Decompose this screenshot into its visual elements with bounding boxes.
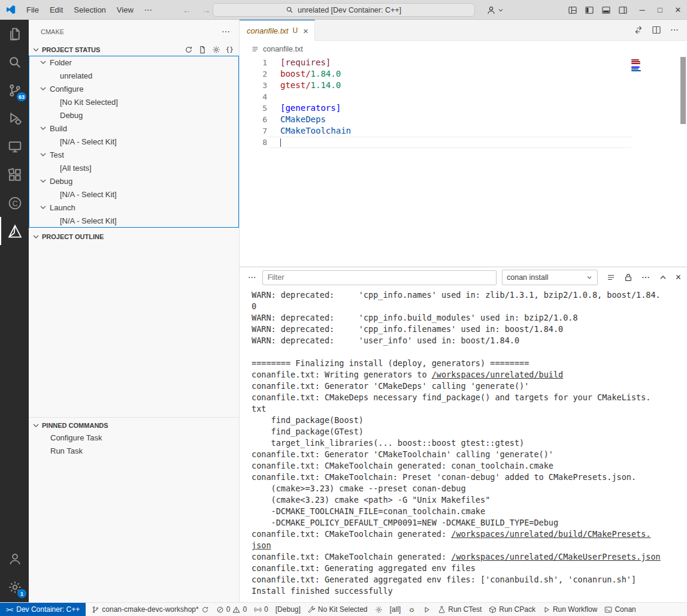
- status-bar: >< Dev Container: C++ conan-cmake-devc-w…: [0, 602, 687, 616]
- menu-item[interactable]: ⋯: [139, 0, 158, 20]
- activity-remote-explorer[interactable]: [0, 132, 29, 161]
- code-line[interactable]: 8: [240, 137, 687, 148]
- output-link[interactable]: json: [252, 540, 271, 550]
- breadcrumb[interactable]: conanfile.txt: [240, 41, 687, 57]
- tree-item[interactable]: [N/A - Select Kit]: [29, 135, 239, 148]
- pinned-command[interactable]: Run Task: [29, 445, 239, 458]
- menu-item[interactable]: View: [111, 0, 139, 20]
- tree-item[interactable]: Folder: [29, 56, 239, 69]
- activity-source-control[interactable]: 63: [0, 76, 29, 104]
- status-cmake-debug[interactable]: [404, 603, 419, 616]
- tree-item[interactable]: Build: [29, 122, 239, 135]
- code-line[interactable]: 2boost/1.84.0: [240, 68, 687, 80]
- tree-item[interactable]: Debug: [29, 174, 239, 188]
- split-editor-icon[interactable]: [652, 25, 661, 35]
- minimap[interactable]: [631, 59, 641, 72]
- code-line[interactable]: 5[generators]: [240, 102, 687, 114]
- panel-actions-more-icon[interactable]: [641, 273, 650, 282]
- toggle-sidebar-icon[interactable]: [585, 5, 594, 15]
- code-line[interactable]: 1[requires]: [240, 57, 687, 68]
- menu-item[interactable]: File: [21, 0, 44, 20]
- tree-item[interactable]: Test: [29, 148, 239, 161]
- toggle-secondary-sidebar-icon[interactable]: [618, 5, 628, 15]
- tree-item[interactable]: [No Kit Selected]: [29, 95, 239, 108]
- output-link[interactable]: /workspaces/unrelated/CMakeUserPresets.j…: [451, 552, 661, 561]
- tree-item[interactable]: Debug: [29, 108, 239, 122]
- maximize-button[interactable]: □: [651, 0, 669, 20]
- view-as-list-icon[interactable]: [606, 273, 616, 282]
- activity-run-debug[interactable]: [0, 104, 29, 132]
- minimize-button[interactable]: ─: [633, 0, 651, 20]
- code-editor[interactable]: 1[requires]2boost/1.84.03gtest/1.14.045[…: [240, 57, 687, 267]
- status-run-cpack[interactable]: Run CPack: [485, 603, 539, 616]
- remote-label: Dev Container: C++: [16, 605, 80, 614]
- status-branch[interactable]: conan-cmake-devc-workshop*: [88, 603, 212, 616]
- status-problems[interactable]: 00: [213, 603, 250, 616]
- lock-scroll-icon[interactable]: [624, 273, 633, 282]
- gear-icon[interactable]: [212, 46, 220, 54]
- forward-icon[interactable]: →: [202, 5, 211, 15]
- back-icon[interactable]: ←: [183, 5, 192, 15]
- toggle-panel-icon[interactable]: [601, 5, 611, 15]
- menu-item[interactable]: Edit: [44, 0, 68, 20]
- pinned-command[interactable]: Configure Task: [29, 431, 239, 445]
- output-line: -DCMAKE_POLICY_DEFAULT_CMP0091=NEW -DCMA…: [252, 517, 687, 529]
- panel-more-icon[interactable]: [247, 273, 257, 282]
- status-conan[interactable]: Conan: [601, 603, 639, 616]
- activity-cpp-tools[interactable]: [0, 189, 29, 217]
- status-cmake-launch[interactable]: [419, 603, 434, 616]
- output-link[interactable]: /workspaces/unrelated/build: [432, 370, 563, 379]
- output-channel-selector[interactable]: conan install: [502, 270, 598, 285]
- editor-scrollbar[interactable]: [680, 57, 686, 124]
- code-line[interactable]: 3gtest/1.14.0: [240, 80, 687, 91]
- tree-item-label: unrelated: [60, 71, 92, 80]
- open-changes-icon[interactable]: [634, 25, 643, 35]
- status-ports[interactable]: 0: [250, 603, 272, 616]
- activity-search[interactable]: [0, 48, 29, 76]
- activity-settings[interactable]: 1: [0, 573, 29, 601]
- close-panel-icon[interactable]: ×: [676, 273, 681, 282]
- activity-explorer[interactable]: [0, 20, 29, 48]
- tree-item[interactable]: Launch: [29, 201, 239, 214]
- close-window-button[interactable]: ✕: [669, 0, 687, 20]
- output-filter-input[interactable]: [262, 270, 497, 285]
- tab-conanfile[interactable]: conanfile.txt U ×: [240, 20, 315, 41]
- tree-item[interactable]: [All tests]: [29, 161, 239, 174]
- customize-layout-icon[interactable]: [568, 5, 577, 15]
- refresh-icon[interactable]: [184, 46, 193, 54]
- status-cmake-kit[interactable]: No Kit Selected: [304, 603, 371, 616]
- tree-item[interactable]: [N/A - Select Kit]: [29, 214, 239, 227]
- menu-item[interactable]: Selection: [68, 0, 111, 20]
- close-tab-icon[interactable]: ×: [303, 26, 308, 35]
- editor-actions: [634, 20, 687, 40]
- activity-cmake[interactable]: [0, 217, 29, 245]
- profile-button[interactable]: [486, 0, 504, 20]
- section-project-outline[interactable]: PROJECT OUTLINE: [29, 230, 239, 243]
- activity-extensions[interactable]: [0, 161, 29, 189]
- tree-item[interactable]: Configure: [29, 82, 239, 95]
- output-line: Install finished successfully: [252, 585, 687, 597]
- status-cmake-target[interactable]: [all]: [386, 603, 405, 616]
- braces-icon[interactable]: {}: [226, 46, 234, 53]
- code-line[interactable]: 6CMakeDeps: [240, 114, 687, 125]
- pinned-commands-header[interactable]: PINNED COMMANDS: [29, 419, 239, 431]
- remote-indicator[interactable]: >< Dev Container: C++: [0, 603, 86, 616]
- sidebar-more-icon[interactable]: [221, 27, 231, 37]
- status-cmake-build[interactable]: [371, 603, 386, 616]
- code-line[interactable]: 4: [240, 91, 687, 102]
- output-link[interactable]: /workspaces/unrelated/build/CMakePresets…: [451, 529, 650, 539]
- status-run-ctest[interactable]: Run CTest: [434, 603, 485, 616]
- command-center[interactable]: unrelated [Dev Container: C++]: [213, 3, 475, 17]
- output-log[interactable]: WARN: deprecated: 'cpp_info.names' used …: [240, 288, 687, 602]
- code-line[interactable]: 7CMakeToolchain: [240, 125, 687, 137]
- output-text: 0: [252, 301, 256, 311]
- maximize-panel-icon[interactable]: [658, 273, 668, 282]
- status-cmake-variant[interactable]: [Debug]: [272, 603, 304, 616]
- tree-item[interactable]: [N/A - Select Kit]: [29, 188, 239, 201]
- tree-item[interactable]: unrelated: [29, 69, 239, 82]
- activity-accounts[interactable]: [0, 545, 29, 573]
- more-actions-ic[interactable]: [670, 25, 679, 35]
- section-project-status[interactable]: PROJECT STATUS {}: [29, 43, 239, 56]
- new-file-icon[interactable]: [198, 46, 207, 54]
- status-run-workflow[interactable]: Run Workflow: [539, 603, 601, 616]
